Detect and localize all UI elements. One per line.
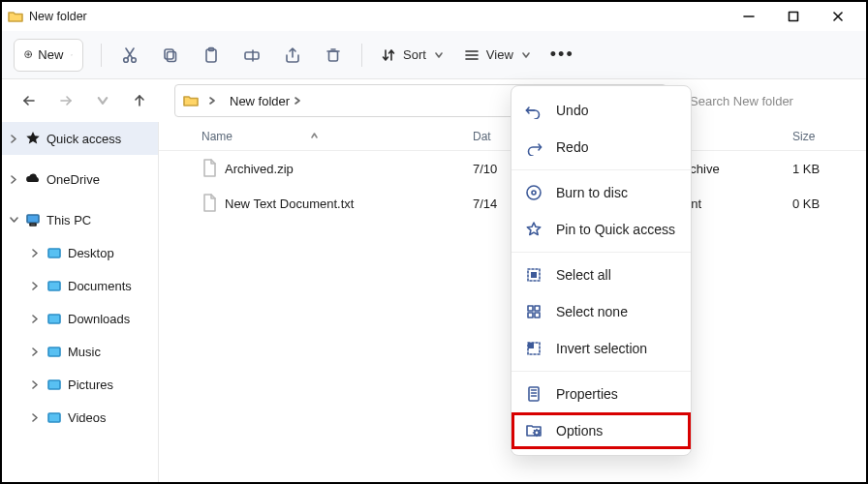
column-header-size[interactable]: Size xyxy=(792,130,815,143)
menu-item-label: Select none xyxy=(556,304,628,319)
menu-item-redo[interactable]: Redo xyxy=(512,129,691,166)
redo-icon xyxy=(525,138,542,156)
file-icon xyxy=(202,194,217,213)
folder-icon xyxy=(46,278,62,293)
breadcrumb-current[interactable]: New folder xyxy=(226,90,305,112)
chevron-right-icon xyxy=(29,380,41,389)
breadcrumb[interactable] xyxy=(204,93,220,108)
rename-icon xyxy=(243,46,261,64)
column-header-name[interactable]: Name xyxy=(202,130,232,143)
menu-item-burn[interactable]: Burn to disc xyxy=(512,174,691,211)
svg-rect-26 xyxy=(27,215,39,223)
sidebar-item-label: This PC xyxy=(46,213,91,227)
menu-item-select-none[interactable]: Select none xyxy=(512,293,691,330)
sidebar-item-pictures[interactable]: Pictures xyxy=(2,368,158,401)
sidebar-item-documents[interactable]: Documents xyxy=(2,269,158,302)
svg-rect-11 xyxy=(168,51,176,61)
menu-item-label: Undo xyxy=(556,103,588,118)
menu-item-invert[interactable]: Invert selection xyxy=(512,330,691,367)
copy-button[interactable] xyxy=(150,39,191,72)
folder-icon xyxy=(46,344,62,359)
menu-item-label: Properties xyxy=(556,386,618,402)
forward-button[interactable] xyxy=(50,85,81,116)
up-button[interactable] xyxy=(124,85,155,116)
menu-item-label: Options xyxy=(556,423,603,439)
more-options-menu: Undo Redo Burn to disc Pin to Quick acce… xyxy=(511,85,692,456)
sidebar-item-videos[interactable]: Videos xyxy=(2,401,158,434)
sidebar-item-this-pc[interactable]: This PC xyxy=(2,203,158,236)
minimize-button[interactable] xyxy=(727,2,771,31)
sidebar-item-onedrive[interactable]: OneDrive xyxy=(2,163,158,196)
sidebar-item-quick-access[interactable]: Quick access xyxy=(2,122,158,155)
onedrive-icon xyxy=(25,171,41,187)
svg-rect-37 xyxy=(531,272,537,278)
up-arrow-icon xyxy=(133,94,146,107)
sidebar-item-label: Pictures xyxy=(68,378,113,392)
sort-button[interactable]: Sort xyxy=(370,39,453,72)
options-icon xyxy=(525,422,542,439)
window-title: New folder xyxy=(29,10,87,23)
sidebar-item-downloads[interactable]: Downloads xyxy=(2,302,158,335)
file-size: 1 KB xyxy=(792,162,866,176)
copy-icon xyxy=(162,46,179,64)
delete-icon xyxy=(325,46,342,64)
svg-rect-43 xyxy=(528,343,534,348)
folder-icon xyxy=(46,245,62,260)
chevron-down-icon xyxy=(71,50,73,60)
menu-item-undo[interactable]: Undo xyxy=(512,92,691,129)
more-button[interactable]: ••• xyxy=(541,39,584,72)
search-input[interactable]: Search New folder xyxy=(680,84,854,117)
sidebar-item-label: Videos xyxy=(68,410,107,425)
cut-button[interactable] xyxy=(109,39,150,72)
search-placeholder: Search New folder xyxy=(690,94,793,108)
svg-rect-29 xyxy=(48,282,60,290)
sort-icon xyxy=(380,46,397,64)
breadcrumb-label: New folder xyxy=(230,94,290,108)
svg-rect-1 xyxy=(790,13,798,21)
file-icon xyxy=(202,159,217,178)
delete-button[interactable] xyxy=(313,39,354,72)
back-arrow-icon xyxy=(22,94,36,107)
plus-in-circle-icon xyxy=(24,50,32,58)
svg-rect-39 xyxy=(535,306,540,311)
sidebar-item-desktop[interactable]: Desktop xyxy=(2,236,158,269)
sidebar-item-music[interactable]: Music xyxy=(2,335,158,368)
svg-rect-41 xyxy=(535,313,540,318)
menu-item-label: Invert selection xyxy=(556,341,647,356)
chevron-right-icon xyxy=(29,315,41,323)
paste-button[interactable] xyxy=(191,39,232,72)
rename-button[interactable] xyxy=(232,39,272,72)
svg-rect-31 xyxy=(48,348,60,356)
menu-item-pin[interactable]: Pin to Quick access xyxy=(512,211,691,248)
properties-icon xyxy=(525,385,542,403)
window-folder-icon xyxy=(8,9,23,24)
sort-indicator-icon xyxy=(310,130,319,143)
svg-rect-17 xyxy=(329,51,338,61)
close-button[interactable] xyxy=(816,2,860,31)
menu-item-properties[interactable]: Properties xyxy=(512,376,691,412)
menu-item-label: Pin to Quick access xyxy=(556,222,675,237)
star-icon xyxy=(25,131,41,146)
folder-icon xyxy=(46,311,62,326)
back-button[interactable] xyxy=(14,85,45,116)
select-all-icon xyxy=(525,266,542,284)
view-button[interactable]: View xyxy=(453,39,541,72)
chevron-right-icon xyxy=(29,348,41,356)
sidebar-item-label: OneDrive xyxy=(46,172,100,187)
column-header-date[interactable]: Dat xyxy=(473,130,491,143)
menu-item-select-all[interactable]: Select all xyxy=(512,257,691,293)
file-name: Archived.zip xyxy=(225,162,294,176)
menu-item-label: Select all xyxy=(556,267,611,283)
chevron-right-icon xyxy=(8,135,19,143)
svg-point-34 xyxy=(527,186,541,199)
view-icon xyxy=(463,46,480,64)
share-button[interactable] xyxy=(272,39,313,72)
cut-icon xyxy=(121,46,139,64)
new-button[interactable]: New xyxy=(14,39,83,72)
maximize-button[interactable] xyxy=(771,2,816,31)
star-icon xyxy=(525,221,542,238)
chevron-down-icon xyxy=(434,50,444,60)
menu-item-options[interactable]: Options xyxy=(512,412,691,449)
recent-locations-button[interactable] xyxy=(87,85,118,116)
sidebar-item-label: Desktop xyxy=(68,246,114,260)
